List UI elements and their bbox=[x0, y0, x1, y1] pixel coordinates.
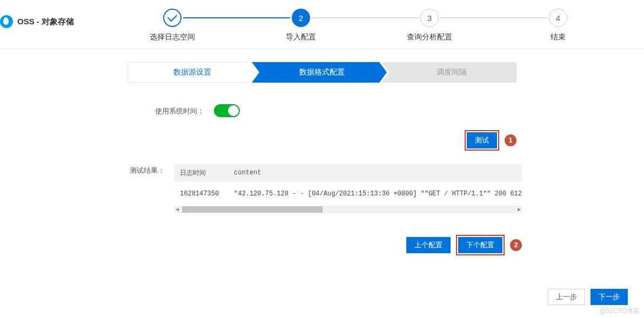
prev-config-button[interactable]: 上个配置 bbox=[406, 237, 451, 253]
test-result-table: 日志时间 content 1628147350 "42.120.75.128 -… bbox=[175, 164, 522, 213]
callout-badge-2: 2 bbox=[510, 239, 522, 251]
prev-step-button[interactable]: 上一步 bbox=[548, 289, 585, 305]
callout-badge-1: 1 bbox=[505, 134, 516, 146]
next-config-button[interactable]: 下个配置 bbox=[458, 237, 502, 253]
test-result-label: 测试结果： bbox=[122, 164, 175, 175]
page-title: OSS - 对象存储 bbox=[17, 17, 74, 27]
column-header-time: 日志时间 bbox=[175, 168, 229, 178]
subtab-format[interactable]: 数据格式配置 bbox=[257, 62, 387, 83]
wizard-step-4: 4 结束 bbox=[494, 9, 622, 42]
column-header-content: content bbox=[229, 169, 522, 177]
check-icon bbox=[170, 15, 175, 21]
next-step-button[interactable]: 下一步 bbox=[591, 289, 628, 305]
wizard-step-1: 选择日志空间 bbox=[108, 9, 237, 42]
subtab-schedule: 调度间隔 bbox=[387, 62, 516, 83]
sub-step-tabs: 数据源设置 数据格式配置 调度间隔 bbox=[128, 62, 516, 83]
system-time-toggle[interactable] bbox=[214, 104, 240, 117]
watermark: @51CTO博客 bbox=[599, 307, 640, 316]
cell-time: 1628147350 bbox=[175, 190, 229, 198]
wizard-step-label: 导入配置 bbox=[286, 32, 316, 42]
annotation-highlight-2: 下个配置 bbox=[456, 235, 505, 255]
wizard-step-label: 结束 bbox=[551, 32, 566, 42]
annotation-highlight-1: 测试 bbox=[465, 130, 499, 151]
wizard-step-label: 选择日志空间 bbox=[150, 32, 195, 42]
scrollbar-thumb[interactable] bbox=[182, 206, 323, 213]
wizard-step-label: 查询分析配置 bbox=[407, 32, 452, 42]
test-button[interactable]: 测试 bbox=[467, 132, 497, 148]
brand-logo-icon bbox=[0, 15, 13, 28]
wizard-step-2: 2 导入配置 bbox=[237, 9, 365, 42]
cell-content: "42.120.75.128 - - [04/Aug/2021:15:13:36… bbox=[229, 190, 522, 198]
wizard-step-3: 3 查询分析配置 bbox=[365, 9, 494, 42]
subtab-datasource[interactable]: 数据源设置 bbox=[128, 62, 257, 83]
system-time-label: 使用系统时间： bbox=[122, 104, 214, 116]
horizontal-scrollbar[interactable]: ◄ ► bbox=[175, 206, 522, 213]
table-row: 1628147350 "42.120.75.128 - - [04/Aug/20… bbox=[175, 182, 522, 206]
scroll-right-icon[interactable]: ► bbox=[518, 207, 521, 213]
wizard-steps: 选择日志空间 2 导入配置 3 查询分析配置 4 结束 bbox=[108, 5, 644, 42]
scroll-left-icon[interactable]: ◄ bbox=[176, 207, 179, 213]
